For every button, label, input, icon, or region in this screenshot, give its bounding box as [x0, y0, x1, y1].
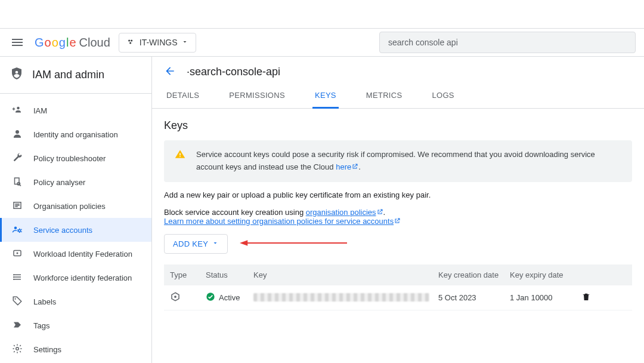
warning-banner: Service account keys could pose a securi… — [164, 140, 632, 182]
tabs: DETAILS PERMISSIONS KEYS METRICS LOGS — [152, 85, 644, 109]
service-account-icon — [12, 224, 23, 236]
sidebar-title: IAM and admin — [0, 57, 151, 93]
gear-icon — [12, 343, 23, 356]
col-type: Type — [170, 270, 206, 279]
svg-rect-17 — [179, 153, 181, 156]
person-icon — [12, 128, 23, 141]
sidebar-item-service-accounts[interactable]: Service accounts — [0, 218, 151, 242]
project-name: IT-WINGS — [140, 38, 178, 47]
external-link-icon — [376, 208, 383, 217]
tag-icon — [12, 296, 23, 308]
check-circle-icon — [206, 292, 215, 303]
search-box[interactable] — [379, 32, 636, 53]
person-add-icon — [12, 104, 23, 117]
iam-shield-icon — [10, 66, 24, 84]
sidebar-item-workload-identity[interactable]: Workload Identity Federation — [0, 242, 151, 266]
svg-rect-18 — [179, 156, 181, 157]
policy-analyser-icon — [12, 176, 23, 189]
svg-point-8 — [14, 226, 17, 229]
svg-point-15 — [15, 298, 16, 299]
svg-point-2 — [129, 42, 131, 44]
google-cloud-logo[interactable]: Google Cloud — [35, 36, 110, 50]
svg-point-4 — [17, 106, 20, 109]
chevron-down-icon — [212, 239, 219, 248]
instruction-text: Add a new key pair or upload a public ke… — [164, 190, 632, 199]
warning-text: Service account keys could pose a securi… — [196, 150, 595, 171]
table-header-row: Type Status Key Key creation date Key ex… — [164, 264, 632, 285]
svg-point-1 — [131, 39, 132, 41]
sidebar-item-labels[interactable]: Labels — [0, 290, 151, 313]
external-link-icon — [394, 217, 401, 226]
learn-more-link[interactable]: Learn more about setting organisation po… — [164, 217, 401, 226]
svg-point-0 — [128, 39, 130, 41]
workload-identity-icon — [12, 248, 23, 260]
tab-metrics[interactable]: METRICS — [364, 85, 405, 108]
sidebar-item-iam[interactable]: IAM — [0, 99, 151, 122]
col-creation: Key creation date — [438, 270, 510, 279]
tab-details[interactable]: DETAILS — [164, 85, 202, 108]
hamburger-menu-icon[interactable] — [8, 35, 26, 50]
svg-point-3 — [16, 71, 18, 74]
warning-icon — [175, 149, 185, 164]
divider — [0, 93, 151, 94]
key-value-cell — [253, 293, 438, 302]
sidebar-item-identity-org[interactable]: Identity and organisation — [0, 122, 151, 146]
tags-icon — [12, 319, 23, 332]
header-bar: Google Cloud IT-WINGS — [0, 28, 644, 57]
tab-permissions[interactable]: PERMISSIONS — [227, 85, 287, 108]
top-spacer — [0, 0, 644, 28]
warning-here-link[interactable]: here — [336, 162, 358, 171]
col-key: Key — [253, 270, 438, 279]
svg-point-16 — [16, 347, 19, 350]
annotation-arrow — [240, 239, 347, 249]
table-row: Active 5 Oct 2023 1 Jan 10000 — [164, 285, 632, 310]
col-status: Status — [206, 270, 253, 279]
tab-keys[interactable]: KEYS — [312, 85, 339, 109]
sidebar-item-workforce-identity[interactable]: Workforce identity federation — [0, 266, 151, 290]
keys-table: Type Status Key Key creation date Key ex… — [164, 264, 632, 310]
project-picker[interactable]: IT-WINGS — [119, 33, 196, 53]
sidebar-item-tags[interactable]: Tags — [0, 313, 151, 337]
col-expiry: Key expiry date — [510, 270, 581, 279]
svg-point-12 — [13, 274, 14, 275]
svg-point-9 — [18, 229, 21, 232]
svg-point-14 — [13, 278, 14, 279]
page-title: ·search-console-api — [187, 66, 280, 78]
delete-key-button[interactable] — [581, 292, 605, 303]
sidebar-item-policy-analyser[interactable]: Policy analyser — [0, 170, 151, 194]
wrench-icon — [12, 152, 23, 165]
section-heading: Keys — [164, 119, 632, 132]
sidebar-item-settings[interactable]: Settings — [0, 337, 151, 361]
list-icon — [12, 200, 23, 213]
svg-point-21 — [174, 296, 177, 298]
search-input[interactable] — [379, 32, 636, 53]
org-policies-link[interactable]: organisation policies — [306, 208, 383, 217]
svg-marker-20 — [240, 240, 247, 245]
main-content: ·search-console-api DETAILS PERMISSIONS … — [152, 57, 644, 363]
creation-date: 5 Oct 2023 — [438, 293, 510, 302]
external-link-icon — [351, 162, 358, 171]
block-paragraph: Block service account key creation using… — [164, 208, 632, 226]
expiry-date: 1 Jan 10000 — [510, 293, 581, 302]
chevron-down-icon — [181, 38, 188, 47]
tab-logs[interactable]: LOGS — [429, 85, 456, 108]
sidebar-item-policy-troubleshooter[interactable]: Policy troubleshooter — [0, 146, 151, 170]
redacted-key — [253, 293, 429, 302]
svg-point-5 — [16, 130, 19, 134]
key-type-icon — [170, 291, 206, 304]
add-key-button[interactable]: ADD KEY — [164, 234, 228, 254]
project-scope-icon — [126, 37, 136, 48]
lines-icon — [12, 272, 23, 284]
sidebar-item-organisation-policies[interactable]: Organisation policies — [0, 194, 151, 218]
status-cell: Active — [206, 292, 253, 303]
svg-point-13 — [13, 276, 14, 277]
back-arrow-button[interactable] — [164, 65, 176, 79]
svg-point-11 — [17, 252, 18, 254]
sidebar: IAM and admin IAM Identity and organisat… — [0, 57, 152, 363]
